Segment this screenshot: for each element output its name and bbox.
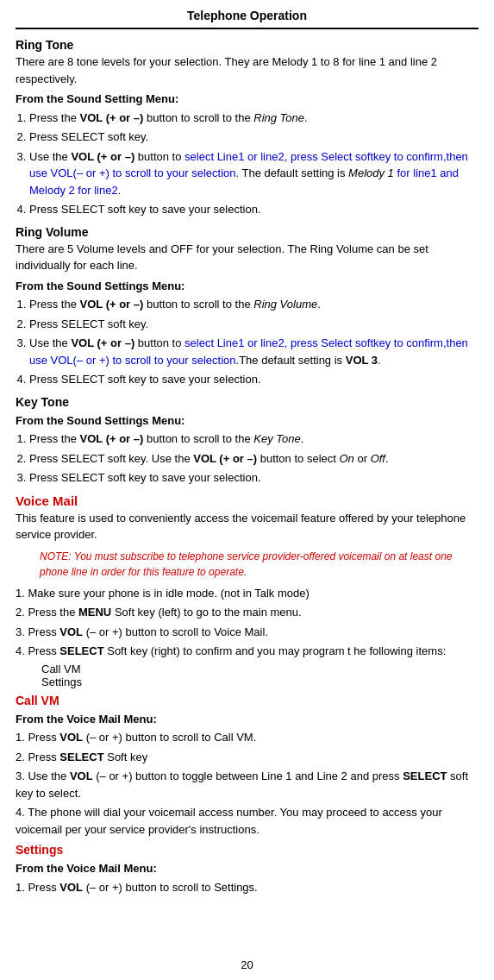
select-bold-vm: SELECT xyxy=(59,644,103,657)
vm-settings-item: Settings xyxy=(41,675,478,688)
ring-tone-title: Ring Tone xyxy=(16,38,478,52)
ring-volume-section: Ring Volume There are 5 Volume levels an… xyxy=(16,225,478,388)
ring-volume-steps: Press the VOL (+ or –) button to scroll … xyxy=(29,296,478,388)
ring-tone-step-2: Press SELECT soft key. xyxy=(29,129,478,146)
ring-tone-section: Ring Tone There are 8 tone levels for yo… xyxy=(16,38,478,218)
call-vm-steps: 1. Press VOL (– or +) button to scroll t… xyxy=(16,729,478,838)
vol3-bold: VOL 3 xyxy=(346,354,378,367)
voice-mail-note: NOTE: You must subscribe to telephone se… xyxy=(40,549,454,580)
ring-tone-step-4: Press SELECT soft key to save your selec… xyxy=(29,201,478,218)
page: Telephone Operation Ring Tone There are … xyxy=(0,0,494,980)
ring-tone-italic: Ring Tone xyxy=(253,111,304,124)
vol-bold-1: VOL (+ or –) xyxy=(80,111,144,124)
call-vm-step-4: 4. The phone will dial your voicemail ac… xyxy=(16,804,478,838)
settings-step-1: 1. Press VOL (– or +) button to scroll t… xyxy=(16,879,478,896)
melody-italic: Melody 1 xyxy=(348,166,394,179)
key-tone-steps: Press the VOL (+ or –) button to scroll … xyxy=(29,430,478,487)
ring-volume-step-2: Press SELECT soft key. xyxy=(29,316,478,333)
settings-steps: 1. Press VOL (– or +) button to scroll t… xyxy=(16,879,478,896)
vm-sub-items: Call VM Settings xyxy=(41,663,478,688)
ring-volume-italic: Ring Volume xyxy=(253,298,317,311)
call-vm-section: Call VM From the Voice Mail Menu: 1. Pre… xyxy=(16,694,478,839)
settings-section: Settings From the Voice Mail Menu: 1. Pr… xyxy=(16,843,478,895)
call-vm-title: Call VM xyxy=(16,694,478,707)
vol-bold-cvm3: VOL xyxy=(70,770,93,782)
ring-volume-step-4: Press SELECT soft key to save your selec… xyxy=(29,371,478,388)
voice-mail-title: Voice Mail xyxy=(16,493,478,508)
ring-tone-steps: Press the VOL (+ or –) button to scroll … xyxy=(29,110,478,218)
vm-step-3: 3. Press VOL (– or +) button to scroll t… xyxy=(16,624,478,641)
ring-volume-intro: There are 5 Volume levels and OFF for yo… xyxy=(16,241,478,274)
call-vm-menu-title: From the Voice Mail Menu: xyxy=(16,711,478,728)
header-title: Telephone Operation xyxy=(187,9,307,22)
key-tone-italic: Key Tone xyxy=(253,432,300,445)
select-bold-cvm2: SELECT xyxy=(59,751,103,763)
vol-bold-rv1: VOL (+ or –) xyxy=(80,298,144,311)
ring-volume-menu-title: From the Sound Settings Menu: xyxy=(16,278,478,295)
vm-step-2: 2. Press the MENU Soft key (left) to go … xyxy=(16,604,478,621)
call-vm-step-3: 3. Use the VOL (– or +) button to toggle… xyxy=(16,768,478,801)
vol-bold-rv2: VOL (+ or –) xyxy=(71,336,134,349)
settings-menu-title: From the Voice Mail Menu: xyxy=(16,860,478,877)
vol-bold-kt2: VOL (+ or –) xyxy=(193,452,257,465)
vm-call-vm-item: Call VM xyxy=(41,663,478,675)
ring-volume-title: Ring Volume xyxy=(16,225,478,239)
menu-bold: MENU xyxy=(78,606,111,619)
ring-tone-intro: There are 8 tone levels for your selecti… xyxy=(16,53,478,87)
ring-tone-menu-title: From the Sound Setting Menu: xyxy=(16,91,478,108)
settings-title: Settings xyxy=(16,843,478,857)
off-italic: Off xyxy=(371,452,385,465)
vol-bold-s1: VOL xyxy=(59,881,83,894)
vol-bold-cvm1: VOL xyxy=(59,731,83,744)
voice-mail-intro: This feature is used to conveniently acc… xyxy=(16,510,478,543)
page-header: Telephone Operation xyxy=(16,9,478,29)
key-tone-menu-title: From the Sound Settings Menu: xyxy=(16,412,478,430)
key-tone-title: Key Tone xyxy=(16,395,478,409)
call-vm-step-2: 2. Press SELECT Soft key xyxy=(16,749,478,766)
select-bold-cvm3: SELECT xyxy=(403,770,447,782)
ring-tone-step-3: Use the VOL (+ or –) button to select Li… xyxy=(29,148,478,199)
key-tone-step-2: Press SELECT soft key. Use the VOL (+ or… xyxy=(29,450,478,468)
ring-volume-step-3: Use the VOL (+ or –) button to select Li… xyxy=(29,335,478,368)
voice-mail-numbered-steps: 1. Make sure your phone is in idle mode.… xyxy=(16,585,478,660)
vol-bold-vm: VOL xyxy=(59,625,83,638)
vm-step-4: 4. Press SELECT Soft key (right) to conf… xyxy=(16,643,478,660)
key-tone-step-1: Press the VOL (+ or –) button to scroll … xyxy=(29,430,478,448)
ring-tone-step-1: Press the VOL (+ or –) button to scroll … xyxy=(29,110,478,127)
key-tone-section: Key Tone From the Sound Settings Menu: P… xyxy=(16,395,478,487)
vm-step-1: 1. Make sure your phone is in idle mode.… xyxy=(16,585,478,602)
ring-volume-step-1: Press the VOL (+ or –) button to scroll … xyxy=(29,296,478,313)
key-tone-step-3: Press SELECT soft key to save your selec… xyxy=(29,469,478,487)
page-number: 20 xyxy=(0,958,494,971)
on-italic: On xyxy=(339,452,353,465)
vol-bold-kt1: VOL (+ or –) xyxy=(80,432,144,445)
vol-bold-2: VOL (+ or –) xyxy=(71,150,134,163)
voice-mail-section: Voice Mail This feature is used to conve… xyxy=(16,493,478,896)
call-vm-step-1: 1. Press VOL (– or +) button to scroll t… xyxy=(16,729,478,746)
